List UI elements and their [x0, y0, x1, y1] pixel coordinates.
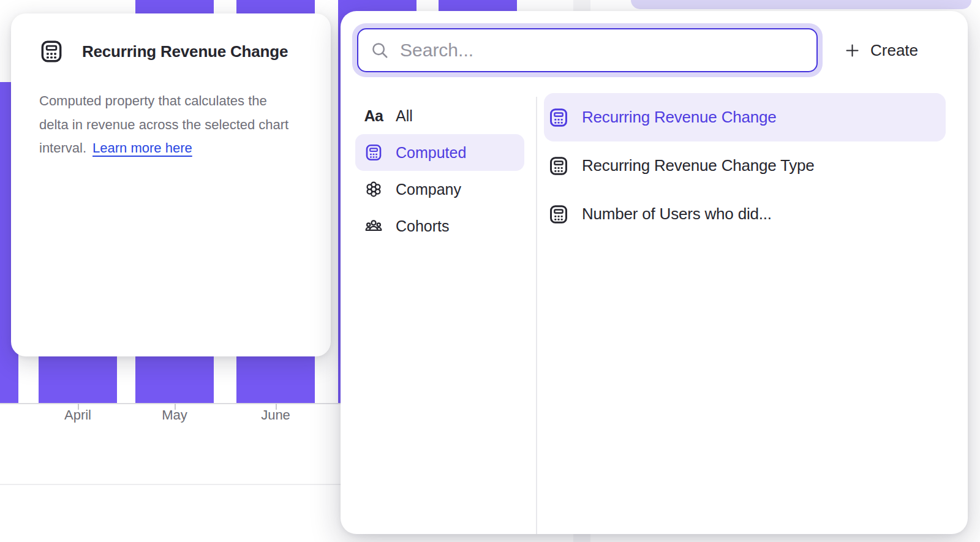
- text-style-icon: Aa: [363, 107, 385, 125]
- filter-list: AaAll ComputedCompany Cohorts: [341, 97, 536, 244]
- axis-label: May: [162, 407, 187, 423]
- calculator-icon: [548, 204, 570, 225]
- create-button[interactable]: Create: [844, 23, 918, 77]
- cohorts-icon: [363, 217, 385, 235]
- result-label: Recurring Revenue Change Type: [582, 156, 815, 175]
- filter-label: Cohorts: [396, 217, 450, 235]
- axis-label: April: [64, 407, 91, 423]
- property-tooltip-card: Recurring Revenue Change Computed proper…: [11, 13, 331, 356]
- description-line: interval.Learn more here: [39, 137, 316, 160]
- calculator-icon: [548, 156, 570, 176]
- tooltip-title: Recurring Revenue Change: [82, 42, 288, 61]
- description-line: delta in revenue across the selected cha…: [39, 113, 316, 137]
- search-halo: [352, 23, 823, 77]
- filter-cohorts[interactable]: Cohorts: [355, 208, 524, 244]
- description-line: Computed property that calculates the: [39, 89, 316, 113]
- filter-computed[interactable]: Computed: [355, 134, 524, 171]
- result-item[interactable]: Recurring Revenue Change Type: [544, 141, 946, 190]
- calculator-icon: [363, 143, 385, 162]
- filter-label: Computed: [396, 144, 466, 162]
- tooltip-header: Recurring Revenue Change: [39, 39, 288, 64]
- learn-more-link[interactable]: Learn more here: [92, 140, 192, 156]
- result-label: Recurring Revenue Change: [582, 108, 777, 127]
- company-icon: [363, 180, 385, 198]
- result-item[interactable]: Recurring Revenue Change: [544, 93, 946, 141]
- filter-all[interactable]: AaAll: [355, 97, 524, 134]
- filter-label: All: [396, 107, 413, 125]
- result-label: Number of Users who did...: [582, 205, 772, 224]
- plus-icon: [844, 42, 861, 59]
- create-label: Create: [870, 41, 918, 60]
- calculator-icon: [548, 107, 570, 128]
- result-item[interactable]: Number of Users who did...: [544, 190, 946, 238]
- clipped-property-pill[interactable]: [631, 0, 971, 9]
- axis-label: June: [261, 407, 290, 423]
- search-bar[interactable]: [357, 28, 818, 72]
- search-icon: [371, 41, 389, 59]
- calculator-icon: [39, 39, 64, 64]
- column-divider: [536, 97, 537, 534]
- filter-company[interactable]: Company: [355, 171, 524, 208]
- result-list: Recurring Revenue Change Recurring Reven…: [544, 93, 946, 238]
- modal-body: AaAll ComputedCompany Cohorts Recurring …: [341, 86, 968, 534]
- filter-label: Company: [396, 181, 461, 198]
- page: AprilMayJune Recurring Revenue Change Co…: [0, 0, 980, 542]
- tooltip-description: Computed property that calculates the de…: [39, 89, 316, 160]
- property-picker-modal: Create AaAll ComputedCompany Cohorts Rec…: [341, 11, 968, 534]
- search-input[interactable]: [400, 29, 816, 71]
